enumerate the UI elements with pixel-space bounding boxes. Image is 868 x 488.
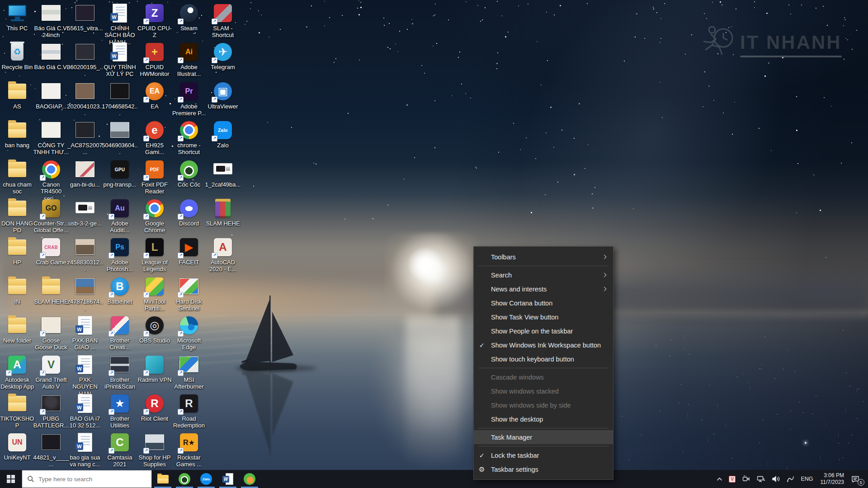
desktop-icon-cpuid-hwmonitor[interactable]: +↗CPUID HWMonitor [137,42,173,78]
desktop-icon-in[interactable]: IN [0,276,35,305]
desktop-icon-camtasia-2021[interactable]: C↗Camtasia 2021 [102,432,138,468]
desktop-icon-new-folder[interactable]: New folder [0,315,35,344]
desktop-icon-ea[interactable]: EA↗EA [137,81,173,110]
desktop-icon-adobe-auditi[interactable]: Au↗Adobe Auditi... [102,198,138,234]
desktop-icon-adobe-illustrat[interactable]: Ai↗Adobe Illustrat... [171,42,207,78]
tray-volume-icon[interactable] [769,470,783,488]
desktop-icon-road-redemption[interactable]: R↗Road Redemption [171,393,207,429]
desktop-icon-microsoft-edge[interactable]: ↗Microsoft Edge [171,315,207,351]
desktop-icon-pxk-ban-giao[interactable]: WPXK BAN GIAO ... [67,315,103,351]
desktop-icon-baogiap[interactable]: BAOGIAP... [33,81,69,110]
menu-item-show-people-on-the-taskbar[interactable]: Show People on the taskbar [474,324,613,338]
desktop-icon-steam[interactable]: ↗Steam [171,3,207,32]
desktop-icon-pxk-nguyen-han[interactable]: WPXK NGUYEN HAN [67,354,103,397]
desktop-icon-1-2caf49ba[interactable]: 1_2caf49ba... [205,159,241,188]
desktop-icon-goose-goose-duck[interactable]: ↗Goose Goose Duck [33,315,69,351]
desktop-icon-360200195[interactable]: 360200195_... [67,42,103,78]
desktop-icon-grand-theft-auto-v[interactable]: V↗Grand Theft Auto V [33,354,69,390]
desktop-icon-discord[interactable]: ↗Discord [171,198,207,227]
desktop-icon-rockstar-games[interactable]: R★↗Rockstar Games ... [171,432,207,468]
desktop-icon-unikeynt[interactable]: UNUniKeyNT [0,432,35,461]
desktop-icon-crab-game[interactable]: CRAB↗Crab Game [33,237,69,266]
menu-item-task-manager[interactable]: Task Manager [474,430,613,444]
desktop-icon-c-ng-ty-tnhh-th[interactable]: CÔNG TY TNHH THƯ... [33,120,69,156]
desktop-icon-don-hang-pd[interactable]: DON HANG PD [0,198,35,234]
search-input[interactable] [38,476,146,483]
desktop-icon-usb-3-2-ge[interactable]: usb-3-2-ge... [67,198,103,227]
menu-item-show-cortana-button[interactable]: Show Cortana button [474,296,613,310]
tray-ultraviewer-icon[interactable]: V [726,470,739,488]
menu-item-search[interactable]: Search [474,268,613,282]
desktop-icon-chua-cham-soc[interactable]: chua cham soc [0,159,35,195]
desktop-icon-slam-hehe[interactable]: SLAM HEHE [205,198,241,227]
desktop-icon-quy-tr-nh-x-l-pc[interactable]: WQUY TRÌNH XỬ LÝ PC [102,42,138,78]
menu-item-news-and-interests[interactable]: News and interests [474,282,613,296]
taskbar-search-box[interactable] [22,470,152,488]
desktop-icon-pubg-battlegr[interactable]: ↗PUBG BATTLEGR... [33,393,69,429]
desktop-icon-hp[interactable]: HP [0,237,35,266]
desktop-icon-foxit-pdf-reader[interactable]: PDF↗Foxit PDF Reader [137,159,173,195]
desktop-icon-ac87s2007[interactable]: _AC87S2007... [67,120,103,156]
desktop-icon-slam-hehe[interactable]: SLAM HEHE [33,276,69,305]
tray-network-icon[interactable] [754,470,769,488]
taskbar-app-zalo[interactable]: Zalo [195,470,217,488]
desktop-icon-slam-shortcut[interactable]: ↗SLAM - Shortcut [205,3,241,39]
desktop-icon-eh925-gami[interactable]: e↗EH925 Gami... [137,120,173,156]
start-button[interactable] [0,470,22,488]
menu-item-show-task-view-button[interactable]: Show Task View button [474,310,613,324]
desktop-icon-google-chrome[interactable]: ↗Google Chrome [137,198,173,234]
desktop-icon-obs-studio[interactable]: ◎↗OBS Studio [137,315,173,344]
desktop-icon-counter-str-global-offe[interactable]: GO↗Counter-Str... Global Offe... [33,198,69,234]
desktop-icon-riot-client[interactable]: R↗Riot Client [137,393,173,422]
desktop-icon-league-of-legends[interactable]: L↗League of Legends [137,237,173,273]
menu-item-show-touch-keyboard-button[interactable]: Show touch keyboard button [474,352,613,366]
menu-item-taskbar-settings[interactable]: ⚙Taskbar settings [474,462,613,476]
desktop-icon-hard-disk-sentinel[interactable]: ↗Hard Disk Sentinel [171,276,207,312]
tray-meet-now-icon[interactable] [739,470,754,488]
desktop-icon-brother-creati[interactable]: ↗Brother Creati... [102,315,138,351]
desktop-icon-shop-for-hp-supplies[interactable]: ↗Shop for HP Supplies [137,432,173,468]
desktop-icon-adobe-premiere-p[interactable]: Pr↗Adobe Premiere P... [171,81,207,117]
taskbar-app-coc-coc-hippo[interactable] [239,470,260,488]
desktop-icon-tiktokshop[interactable]: TIKTOKSHOP [0,393,35,429]
desktop-icon-zalo[interactable]: Zalo↗Zalo [205,120,241,149]
desktop-icon-b-o-gi-c-vi-24inch[interactable]: Báo Giá C.Vi 24inch [33,3,69,39]
desktop-icon-ultraviewer[interactable]: ▣↗UltraViewer [205,81,241,110]
desktop-icon-1704658542[interactable]: 1704658542... [102,81,138,117]
desktop-icon-canon-tr4500-seri[interactable]: ↗Canon TR4500 seri... [33,159,69,202]
desktop-icon-chrome-shortcut[interactable]: ↗chrome - Shortcut [171,120,207,156]
desktop-icon-cpuid-cpu-z[interactable]: Z↗CPUID CPU-Z [137,3,173,39]
desktop-icon-as[interactable]: AS [0,81,35,110]
desktop-icon-faceit[interactable]: ▶↗FACEIT [171,237,207,266]
taskbar-app-file-explorer[interactable] [152,470,174,488]
tray-windows-ink-pen-icon[interactable] [783,470,797,488]
desktop-icon-2020041023[interactable]: 2020041023... [67,81,103,117]
desktop-icon-z478718674[interactable]: z478718674... [67,276,103,312]
desktop-icon-png-transp[interactable]: GPUpng-transp... [102,159,138,188]
desktop-icon-z458830312[interactable]: z458830312... [67,237,103,273]
desktop-icon-bao-gia-sua-va-nang-c[interactable]: Wbao gia sua va nang c... [67,432,103,468]
desktop-icon-gan-bi-du[interactable]: gan-bi-du... [67,159,103,188]
desktop-icon-bao-gia-i7-10-32-512[interactable]: WBAO GIA i7 10 32 512... [67,393,103,429]
desktop-icon-radmin-vpn[interactable]: ↗Radmin VPN [137,354,173,383]
desktop-icon-this-pc[interactable]: This PC [0,3,35,32]
desktop-icon-autocad-2020-e[interactable]: A↗AutoCAD 2020 - E... [205,237,241,273]
tray-language-indicator[interactable]: ENG [797,470,816,488]
desktop-icon-battle-net[interactable]: B↗Battle.net [102,276,138,305]
desktop-icon-44821-v[interactable]: 44821_v____... [33,432,69,468]
desktop-icon-c-c-c-c[interactable]: ↗Cốc Cốc [171,159,207,188]
desktop-icon-55615-vitra[interactable]: 55615_vitra... [67,3,103,32]
desktop-icon-telegram[interactable]: ✈↗Telegram [205,42,241,70]
taskbar-app-word[interactable]: W [217,470,239,488]
desktop-icon-minitool-partiti[interactable]: ↗MiniTool Partiti... [137,276,173,312]
desktop-icon-autodesk-desktop-app[interactable]: A↗Autodesk Desktop App [0,354,35,390]
desktop-icon-ch-nh-s-ch-b-o-h-nh[interactable]: WCHÍNH SÁCH BẢO HÀNH... [102,3,138,46]
desktop-icon-5046903604[interactable]: 5046903604... [102,120,138,156]
taskbar-app-coc-coc[interactable] [174,470,195,488]
desktop-icon-recycle-bin[interactable]: ♻Recycle Bin [0,42,35,70]
tray-chevron-up-icon[interactable] [713,470,726,488]
desktop-icon-adobe-photosh[interactable]: Ps↗Adobe Photosh... [102,237,138,273]
desktop-icon-b-o-gi-c-vi[interactable]: Báo Giá C.Vi [33,42,69,70]
action-center-button[interactable]: 5 [848,470,865,488]
tray-clock[interactable]: 3:06 PM 11/7/2023 [816,470,849,488]
